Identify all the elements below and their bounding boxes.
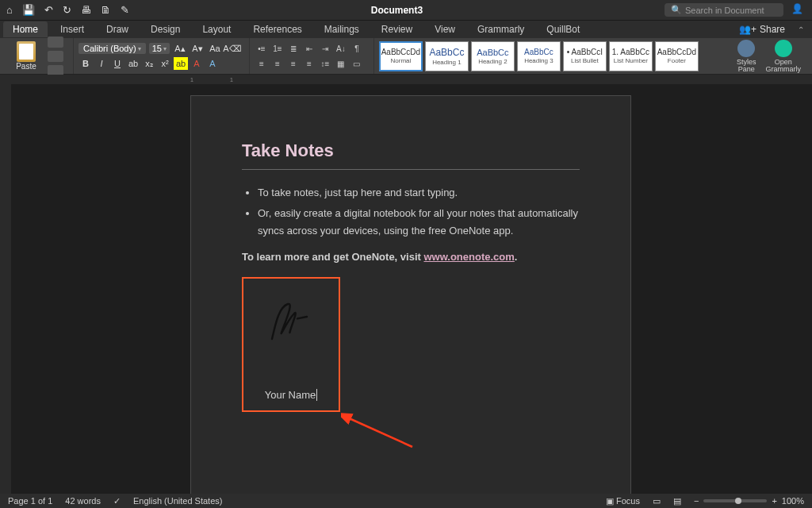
decrease-font-button[interactable]: A▾: [190, 42, 205, 55]
copy-button[interactable]: [48, 51, 63, 62]
strikethrough-button[interactable]: ab: [126, 57, 140, 70]
cut-button[interactable]: [48, 37, 63, 48]
signature-block-highlight: Your Name: [242, 277, 340, 412]
web-layout-view-button[interactable]: ▤: [673, 496, 681, 506]
style-footer[interactable]: AaBbCcDd Footer: [655, 41, 699, 71]
tab-insert[interactable]: Insert: [51, 21, 94, 37]
clear-formatting-button[interactable]: A⌫: [225, 42, 239, 55]
share-button[interactable]: 👥+ Share: [739, 24, 790, 35]
ribbon-tabs: Home Insert Draw Design Layout Reference…: [0, 21, 812, 38]
doc-paragraph[interactable]: To learn more and get OneNote, visit www…: [242, 251, 580, 263]
list-item[interactable]: To take notes, just tap here and start t…: [258, 184, 580, 202]
paste-button[interactable]: Paste: [8, 41, 44, 71]
doc-heading[interactable]: Take Notes: [242, 140, 580, 161]
list-item[interactable]: Or, easily create a digital notebook for…: [258, 205, 580, 240]
doc-bullet-list[interactable]: To take notes, just tap here and start t…: [258, 184, 580, 240]
home-icon[interactable]: ⌂: [6, 4, 13, 16]
tab-draw[interactable]: Draw: [97, 21, 138, 37]
paste-label: Paste: [16, 62, 36, 71]
tab-layout[interactable]: Layout: [193, 21, 240, 37]
horizontal-ruler[interactable]: 1 1: [0, 75, 812, 84]
grammarly-icon: [775, 40, 792, 57]
style-list-bullet[interactable]: AaBbCcI List Bullet: [563, 41, 607, 71]
zoom-control[interactable]: − + 100%: [694, 496, 804, 506]
undo-icon[interactable]: ↶: [44, 4, 53, 16]
tab-references[interactable]: References: [243, 21, 311, 37]
bold-button[interactable]: B: [79, 57, 93, 70]
font-family-value: Calibri (Body): [83, 44, 136, 53]
tab-quillbot[interactable]: QuillBot: [537, 21, 589, 37]
title-bar: ⌂ 💾 ↶ ↻ 🖶 🗎 ✎ Document3 🔍 Search in Docu…: [0, 0, 812, 21]
zoom-value[interactable]: 100%: [782, 496, 804, 506]
vertical-ruler[interactable]: [0, 84, 11, 494]
tab-mailings[interactable]: Mailings: [315, 21, 369, 37]
font-family-select[interactable]: Calibri (Body)▾: [79, 43, 146, 54]
font-size-select[interactable]: 15▾: [149, 43, 170, 54]
user-icon[interactable]: 👤: [791, 3, 806, 17]
change-case-button[interactable]: Aa: [208, 42, 222, 55]
tab-home[interactable]: Home: [3, 21, 48, 37]
doc-icon[interactable]: 🗎: [101, 4, 111, 16]
styles-pane-button[interactable]: Styles Pane: [737, 40, 756, 73]
print-layout-view-button[interactable]: ▭: [653, 496, 661, 506]
styles-pane-icon: [737, 40, 755, 57]
signature-image[interactable]: [259, 288, 323, 352]
underline-button[interactable]: U: [110, 57, 124, 70]
tab-review[interactable]: Review: [372, 21, 422, 37]
sort-button[interactable]: A↓: [334, 42, 348, 55]
page-indicator[interactable]: Page 1 of 1: [8, 496, 52, 506]
increase-font-button[interactable]: A▴: [173, 42, 187, 55]
zoom-slider[interactable]: [703, 499, 767, 502]
font-color-button[interactable]: A: [190, 57, 204, 70]
style-list-number[interactable]: AaBbCc List Number: [609, 41, 653, 71]
align-left-button[interactable]: ≡: [255, 57, 269, 70]
edit-icon[interactable]: ✎: [121, 4, 129, 16]
bullets-button[interactable]: •≡: [255, 42, 269, 55]
shading-button[interactable]: ▦: [334, 57, 348, 70]
focus-mode-button[interactable]: ▣ Focus: [606, 496, 640, 506]
print-icon[interactable]: 🖶: [81, 4, 91, 16]
decrease-indent-button[interactable]: ⇤: [302, 42, 316, 55]
word-count[interactable]: 42 words: [65, 496, 101, 506]
text-effects-button[interactable]: A: [205, 57, 220, 70]
style-heading1[interactable]: AaBbCc Heading 1: [425, 41, 469, 71]
spellcheck-icon[interactable]: ✓: [113, 496, 121, 506]
increase-indent-button[interactable]: ⇥: [318, 42, 332, 55]
line-spacing-button[interactable]: ↕≡: [318, 57, 332, 70]
highlight-button[interactable]: ab: [174, 57, 188, 70]
italic-button[interactable]: I: [94, 57, 109, 70]
search-icon: 🔍: [671, 5, 682, 15]
tab-view[interactable]: View: [425, 21, 465, 37]
tab-design[interactable]: Design: [141, 21, 190, 37]
onenote-link[interactable]: www.onenote.com: [423, 251, 514, 263]
borders-button[interactable]: ▭: [350, 57, 364, 70]
zoom-out-icon[interactable]: −: [694, 496, 699, 506]
tab-grammarly[interactable]: Grammarly: [468, 21, 534, 37]
document-page[interactable]: Take Notes To take notes, just tap here …: [190, 95, 631, 494]
style-normal[interactable]: AaBbCcDd Normal: [379, 41, 423, 71]
signature-name[interactable]: Your Name: [265, 389, 318, 401]
numbering-button[interactable]: 1≡: [270, 42, 285, 55]
style-heading3[interactable]: AaBbCc Heading 3: [517, 41, 561, 71]
subscript-button[interactable]: x₂: [142, 57, 156, 70]
chevron-down-icon: ▾: [163, 45, 167, 52]
redo-icon[interactable]: ↻: [63, 4, 71, 16]
justify-button[interactable]: ≡: [302, 57, 316, 70]
search-input[interactable]: 🔍 Search in Document: [665, 3, 783, 17]
align-right-button[interactable]: ≡: [286, 57, 301, 70]
font-size-value: 15: [152, 44, 162, 53]
style-heading2[interactable]: AaBbCc Heading 2: [471, 41, 515, 71]
show-marks-button[interactable]: ¶: [350, 42, 364, 55]
collapse-ribbon-icon[interactable]: ⌃: [793, 25, 809, 34]
share-label: Share: [760, 24, 785, 35]
language-indicator[interactable]: English (United States): [133, 496, 223, 506]
superscript-button[interactable]: x²: [158, 57, 172, 70]
open-grammarly-button[interactable]: Open Grammarly: [766, 40, 802, 73]
zoom-in-icon[interactable]: +: [772, 496, 776, 506]
document-workspace: Take Notes To take notes, just tap here …: [0, 84, 812, 494]
multilevel-list-button[interactable]: ≣: [286, 42, 301, 55]
doc-divider: [242, 169, 580, 170]
align-center-button[interactable]: ≡: [270, 57, 285, 70]
chevron-down-icon: ▾: [138, 45, 141, 52]
save-icon[interactable]: 💾: [22, 4, 35, 16]
